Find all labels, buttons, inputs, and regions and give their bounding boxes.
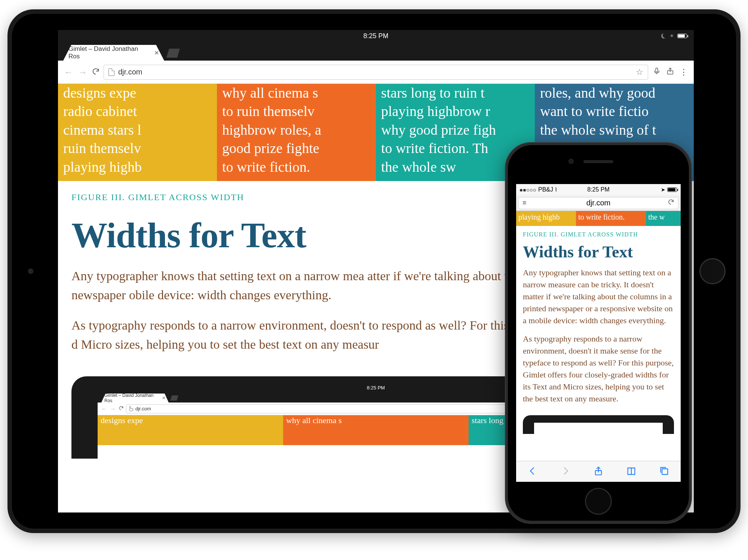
safari-bookmarks-button[interactable] xyxy=(626,466,637,478)
iphone-camera xyxy=(568,159,574,164)
safari-tabs-button[interactable] xyxy=(659,466,669,478)
status-time: 8:25 PM xyxy=(363,32,388,40)
do-not-disturb-icon xyxy=(660,33,667,39)
tab-title: Gimlet – David Jonathan Ros xyxy=(68,45,150,60)
chrome-toolbar: ← → djr.com ☆ ⋮ xyxy=(58,61,694,84)
safari-share-button[interactable] xyxy=(593,466,604,478)
safari-toolbar xyxy=(516,461,681,482)
iphone-device: PB&J ⌇ 8:25 PM ➤ ≡ djr.com playing highb… xyxy=(505,142,692,524)
iphone-figure-caption: FIGURE III. GIMLET ACROSS WIDTH xyxy=(516,226,681,240)
ipad-status-bar: 8:25 PM ✶ xyxy=(58,30,694,42)
location-icon: ➤ xyxy=(661,187,665,193)
safari-address-bar[interactable]: ≡ djr.com xyxy=(516,195,681,211)
iphone-status-bar: PB&J ⌇ 8:25 PM ➤ xyxy=(516,184,681,195)
iphone-webpage-content[interactable]: playing highb to write fiction. the w FI… xyxy=(516,211,681,461)
iphone-paragraph-2: As typography responds to a narrow envir… xyxy=(516,333,681,411)
iphone-col-yellow: playing highb xyxy=(516,211,576,226)
iphone-specimen-row: playing highb to write fiction. the w xyxy=(516,211,681,226)
iphone-paragraph-1: Any typographer knows that setting text … xyxy=(516,267,681,333)
ipad-home-button[interactable] xyxy=(699,258,726,284)
chrome-tab-bar: Gimlet – David Jonathan Ros ✕ xyxy=(58,42,694,61)
signal-dots-icon xyxy=(520,186,537,193)
iphone-speaker xyxy=(583,160,613,163)
nested-browser-tab: Gimlet – David Jonathan Ros✕ xyxy=(101,394,169,403)
safari-forward-button[interactable] xyxy=(560,466,571,478)
specimen-col-orange: why all cinema s to ruin themselv highbr… xyxy=(217,84,376,181)
browser-tab[interactable]: Gimlet – David Jonathan Ros ✕ xyxy=(63,45,164,61)
share-icon[interactable] xyxy=(665,67,675,77)
iphone-article-heading: Widths for Text xyxy=(516,240,681,267)
iphone-status-time: 8:25 PM xyxy=(587,186,610,193)
safari-back-button[interactable] xyxy=(527,466,538,478)
address-bar[interactable]: djr.com ☆ xyxy=(104,65,648,80)
forward-button[interactable]: → xyxy=(77,67,88,77)
new-tab-button[interactable] xyxy=(166,49,180,58)
page-icon xyxy=(108,68,114,76)
menu-icon[interactable]: ⋮ xyxy=(679,67,689,77)
iphone-screen: PB&J ⌇ 8:25 PM ➤ ≡ djr.com playing highb… xyxy=(516,184,681,482)
iphone-col-teal: the w xyxy=(646,211,681,226)
bookmark-star-icon[interactable]: ☆ xyxy=(636,67,643,77)
svg-rect-3 xyxy=(662,469,668,474)
iphone-col-orange: to write fiction. xyxy=(576,211,646,226)
voice-search-icon[interactable] xyxy=(652,67,662,77)
battery-icon xyxy=(677,34,687,38)
wifi-icon: ⌇ xyxy=(555,186,557,193)
iphone-home-button[interactable] xyxy=(585,488,612,515)
iphone-battery-icon xyxy=(667,187,677,192)
bluetooth-icon: ✶ xyxy=(669,33,674,39)
reader-view-icon[interactable]: ≡ xyxy=(522,199,527,207)
reload-button[interactable] xyxy=(92,67,100,77)
safari-url-text: djr.com xyxy=(586,199,610,207)
url-text: djr.com xyxy=(118,68,142,76)
back-button[interactable]: ← xyxy=(63,67,74,77)
close-tab-icon[interactable]: ✕ xyxy=(154,49,159,56)
ipad-camera xyxy=(28,269,33,274)
svg-rect-0 xyxy=(656,68,658,72)
specimen-col-yellow: designs expe radio cabinet cinema stars … xyxy=(58,84,217,181)
iphone-nested-illustration xyxy=(523,415,674,434)
carrier-label: PB&J xyxy=(538,186,553,193)
safari-reload-icon[interactable] xyxy=(668,199,674,207)
